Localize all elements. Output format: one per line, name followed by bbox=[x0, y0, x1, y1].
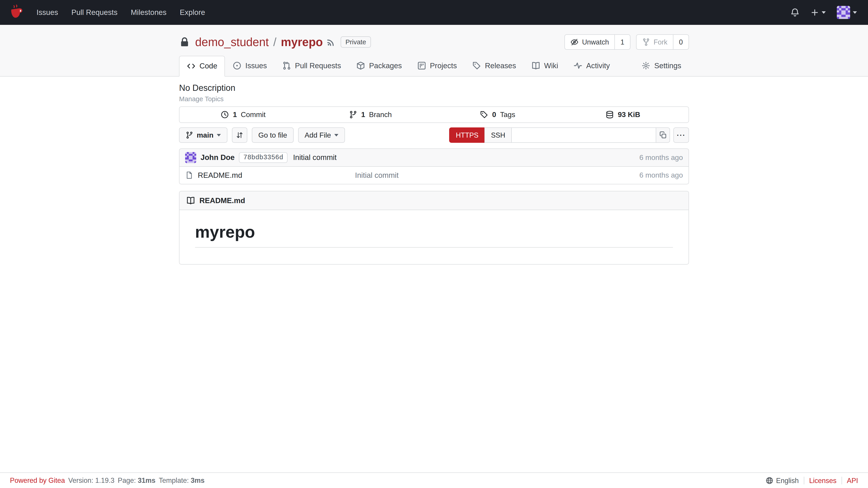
file-row: README.md Initial commit 6 months ago bbox=[180, 167, 688, 184]
more-options-button[interactable]: ··· bbox=[673, 127, 689, 143]
bell-icon bbox=[790, 8, 800, 17]
top-navbar: Issues Pull Requests Milestones Explore bbox=[0, 0, 868, 25]
commits-stat[interactable]: 1Commit bbox=[180, 107, 307, 123]
tab-projects[interactable]: Projects bbox=[410, 56, 465, 76]
repo-header: demo_student / myrepo Private bbox=[0, 25, 868, 76]
forks-count[interactable]: 0 bbox=[673, 34, 689, 50]
user-avatar bbox=[837, 6, 850, 19]
add-file-button[interactable]: Add File bbox=[298, 127, 345, 143]
repo-stats-bar: 1Commit 1Branch 0Tags bbox=[179, 106, 689, 123]
issue-opened-icon bbox=[232, 61, 241, 70]
gitea-logo-icon bbox=[8, 4, 25, 21]
copy-icon bbox=[659, 131, 667, 139]
nav-pull-requests[interactable]: Pull Requests bbox=[65, 0, 124, 25]
commit-age: 6 months ago bbox=[639, 153, 683, 162]
nav-milestones[interactable]: Milestones bbox=[124, 0, 173, 25]
tag-icon bbox=[472, 61, 481, 70]
size-stat: 93 KiB bbox=[561, 107, 688, 123]
tab-code[interactable]: Code bbox=[179, 56, 225, 76]
rss-icon bbox=[327, 38, 336, 46]
footer: Powered by Gitea Version: 1.19.3 Page: 3… bbox=[0, 473, 868, 488]
home-logo-link[interactable] bbox=[8, 4, 25, 21]
licenses-link[interactable]: Licenses bbox=[804, 477, 842, 484]
clone-https-button[interactable]: HTTPS bbox=[449, 127, 485, 143]
repo-description: No Description bbox=[179, 83, 689, 93]
pulse-icon bbox=[574, 61, 582, 70]
latest-commit-bar: John Doe 78bdb3356d Initial commit 6 mon… bbox=[179, 149, 689, 167]
file-link[interactable]: README.md bbox=[185, 171, 355, 180]
version-info: Version: 1.19.3 bbox=[68, 477, 114, 484]
commit-message-link[interactable]: Initial commit bbox=[293, 153, 337, 162]
private-badge: Private bbox=[341, 36, 371, 48]
project-icon bbox=[417, 61, 426, 70]
repo-name-link[interactable]: myrepo bbox=[281, 35, 323, 49]
tab-issues[interactable]: Issues bbox=[225, 56, 274, 76]
compare-button[interactable] bbox=[232, 127, 248, 143]
commit-sha-link[interactable]: 78bdb3356d bbox=[239, 152, 287, 163]
fork-group: Fork 0 bbox=[636, 34, 689, 50]
file-name-label: README.md bbox=[198, 171, 242, 180]
repo-title: demo_student / myrepo bbox=[195, 35, 323, 49]
code-controls: main Go to file Add File HTTPS SSH bbox=[179, 127, 689, 143]
watchers-count[interactable]: 1 bbox=[614, 34, 630, 50]
branches-stat[interactable]: 1Branch bbox=[307, 107, 434, 123]
fork-label: Fork bbox=[653, 38, 667, 46]
notifications-button[interactable] bbox=[786, 4, 804, 21]
api-link[interactable]: API bbox=[842, 477, 858, 484]
compare-arrows-icon bbox=[236, 131, 243, 139]
manage-topics-link[interactable]: Manage Topics bbox=[179, 95, 223, 103]
create-new-button[interactable] bbox=[806, 5, 830, 20]
main-content: No Description Manage Topics 1Commit 1Br… bbox=[0, 76, 868, 473]
tab-releases[interactable]: Releases bbox=[465, 56, 524, 76]
owner-link[interactable]: demo_student bbox=[195, 35, 269, 49]
tab-wiki[interactable]: Wiki bbox=[524, 56, 566, 76]
language-label: English bbox=[776, 477, 799, 484]
tags-stat[interactable]: 0Tags bbox=[434, 107, 561, 123]
fork-button[interactable]: Fork bbox=[636, 34, 674, 50]
go-to-file-button[interactable]: Go to file bbox=[252, 127, 293, 143]
language-selector[interactable]: English bbox=[761, 477, 804, 484]
book-icon bbox=[186, 196, 195, 205]
title-separator: / bbox=[273, 35, 276, 49]
chevron-down-icon bbox=[334, 134, 338, 136]
commit-author-name[interactable]: John Doe bbox=[200, 153, 235, 162]
code-icon bbox=[187, 62, 195, 70]
git-pull-request-icon bbox=[282, 61, 291, 70]
file-commit-message-link[interactable]: Initial commit bbox=[355, 171, 640, 180]
identicon bbox=[185, 152, 196, 163]
tab-packages[interactable]: Packages bbox=[349, 56, 410, 76]
nav-explore[interactable]: Explore bbox=[173, 0, 212, 25]
file-age: 6 months ago bbox=[639, 171, 683, 180]
git-branch-icon bbox=[349, 110, 358, 119]
user-menu-button[interactable] bbox=[832, 2, 861, 22]
repo-tabs: Code Issues Pull Requests bbox=[179, 56, 689, 76]
powered-by-link[interactable]: Powered by Gitea bbox=[10, 477, 65, 484]
clone-url-input[interactable] bbox=[511, 127, 656, 143]
git-branch-icon bbox=[186, 131, 193, 139]
gear-icon bbox=[642, 61, 650, 70]
package-icon bbox=[356, 61, 365, 70]
nav-issues[interactable]: Issues bbox=[30, 0, 65, 25]
identicon bbox=[837, 6, 850, 19]
book-icon bbox=[531, 61, 540, 70]
tab-pull-requests[interactable]: Pull Requests bbox=[275, 56, 349, 76]
unwatch-button[interactable]: Unwatch bbox=[564, 34, 615, 50]
clone-ssh-button[interactable]: SSH bbox=[485, 127, 512, 143]
chevron-down-icon bbox=[217, 134, 221, 136]
current-branch: main bbox=[197, 131, 213, 139]
history-icon bbox=[221, 110, 229, 119]
navbar-right bbox=[786, 2, 862, 22]
lock-icon bbox=[179, 37, 190, 48]
copy-url-button[interactable] bbox=[656, 127, 670, 143]
fork-icon bbox=[642, 38, 650, 46]
readme-heading: myrepo bbox=[195, 222, 673, 248]
rss-feed-button[interactable] bbox=[327, 38, 336, 46]
tab-settings[interactable]: Settings bbox=[634, 56, 689, 76]
globe-icon bbox=[766, 477, 773, 484]
tab-activity[interactable]: Activity bbox=[566, 56, 618, 76]
tag-icon bbox=[480, 110, 488, 119]
chevron-down-icon bbox=[853, 11, 857, 14]
repo-actions: Unwatch 1 Fork 0 bbox=[564, 34, 689, 50]
plus-icon bbox=[811, 8, 819, 17]
branch-select-button[interactable]: main bbox=[179, 127, 227, 143]
